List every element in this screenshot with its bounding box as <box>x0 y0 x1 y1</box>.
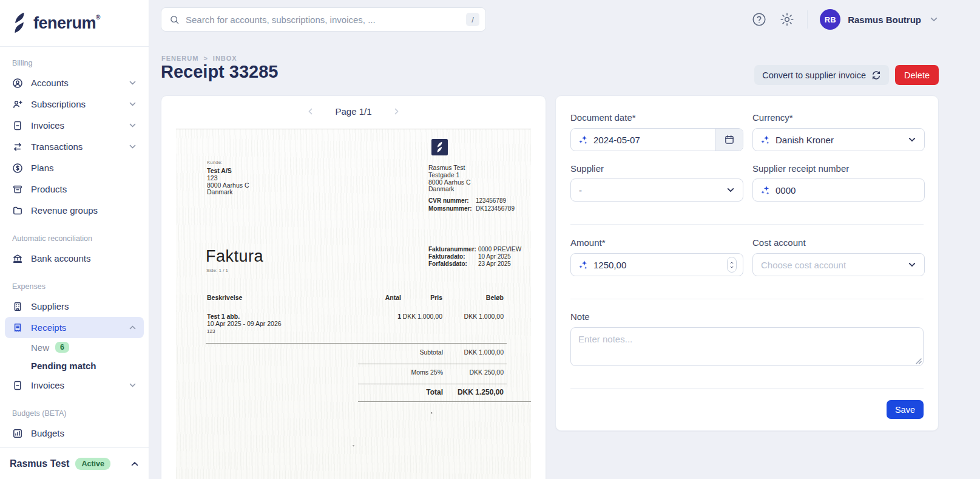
sidebar-item-invoices[interactable]: Invoices <box>5 115 144 136</box>
sidebar-item-label: Plans <box>31 163 54 173</box>
sidebar-item-subscriptions[interactable]: Subscriptions <box>5 93 144 115</box>
supplier-select[interactable]: - <box>570 178 743 202</box>
currency-select[interactable]: Danish Kroner <box>752 128 925 151</box>
topbar-actions: RB Rasmus Boutrup <box>751 8 938 30</box>
convert-arrows-icon <box>871 70 881 80</box>
sidebar-item-receipts[interactable]: Receipts <box>5 317 144 338</box>
currency-label: Currency* <box>752 112 925 123</box>
ai-sparkles-icon <box>760 185 771 195</box>
account-name: Rasmus Test <box>10 458 69 469</box>
brand-name: fenerum® <box>33 14 100 33</box>
chevron-down-icon <box>129 79 137 87</box>
sidebar-item-label: Invoices <box>31 120 64 131</box>
cost-account-select[interactable]: Choose cost account <box>752 253 925 276</box>
receipt-sender-address: Rasmus Test Testgade 1 8000 Aarhus C Dan… <box>428 165 470 193</box>
receipt-icon <box>12 322 23 333</box>
calendar-button[interactable] <box>715 129 743 151</box>
save-button[interactable]: Save <box>887 400 924 419</box>
bar-chart-icon <box>12 428 23 439</box>
supplier-value: - <box>579 185 582 195</box>
sidebar-item-budgets[interactable]: Budgets <box>5 423 144 444</box>
note-textarea[interactable] <box>570 327 924 366</box>
document-icon <box>12 380 23 391</box>
receipt-registration-numbers: CVR nummer:123456789 Momsnummer:DK123456… <box>428 197 515 212</box>
chevron-down-icon <box>129 100 137 108</box>
convert-to-supplier-invoice-button[interactable]: Convert to supplier invoice <box>754 65 889 85</box>
breadcrumb-inbox[interactable]: INBOX <box>213 55 237 62</box>
section-label-auto-reconciliation: Automatic reconciliation <box>12 234 137 245</box>
receipt-vat-value: DKK 250,00 <box>469 369 504 376</box>
sidebar-item-label: Budgets <box>31 428 64 438</box>
note-label: Note <box>570 311 590 322</box>
sidebar-item-plans[interactable]: Plans <box>5 157 144 178</box>
chevron-down-icon <box>726 186 735 194</box>
scanned-receipt: Kunde: Test A/S 123 8000 Aarhus C Danmar… <box>176 129 531 479</box>
receipt-preview-card: Page 1/1 Kunde: Test A/S 123 8000 Aarhus… <box>161 95 546 479</box>
document-date-label: Document date* <box>570 112 743 123</box>
supplier-receipt-number-label: Supplier receipt number <box>752 163 925 174</box>
receipt-subtotal-value: DKK 1.000,00 <box>464 349 504 356</box>
delete-button[interactable]: Delete <box>895 65 939 85</box>
sidebar-item-label: Bank accounts <box>31 253 90 263</box>
form-divider <box>570 299 924 299</box>
accounts-icon <box>12 78 23 89</box>
supplier-label: Supplier <box>570 163 743 174</box>
supplier-receipt-number-input[interactable] <box>776 185 924 195</box>
section-label-billing: Billing <box>12 59 137 70</box>
receipt-form-card: Document date* Currency* Danish Kroner S… <box>555 95 939 431</box>
receipt-vat-label: Moms 25% <box>411 369 443 376</box>
receipt-divider <box>206 343 507 344</box>
chevron-up-icon <box>130 460 139 468</box>
sidebar-item-label: Revenue groups <box>31 205 98 216</box>
note-field <box>570 327 924 366</box>
sidebar-item-revenue-groups[interactable]: Revenue groups <box>5 200 144 221</box>
section-label-expenses: Expenses <box>12 282 137 293</box>
app-root: fenerum® Billing Accounts Subscriptions … <box>0 0 980 479</box>
breadcrumb-fenerum[interactable]: FENERUM <box>161 55 198 62</box>
sidebar: fenerum® Billing Accounts Subscriptions … <box>0 0 149 479</box>
gear-icon[interactable] <box>779 12 795 27</box>
sidebar-item-accounts[interactable]: Accounts <box>5 72 144 93</box>
transfer-arrows-icon <box>12 141 23 152</box>
breadcrumb: FENERUM > INBOX <box>161 55 237 62</box>
sidebar-item-suppliers[interactable]: Suppliers <box>5 296 144 317</box>
fenerum-bolt-icon <box>435 141 444 153</box>
main-area: / RB Rasmus Boutrup FENERUM > INBOX Rece… <box>149 0 980 479</box>
chevron-down-icon <box>908 135 916 144</box>
fenerum-bolt-icon <box>10 12 29 34</box>
amount-label: Amount* <box>570 237 743 248</box>
avatar[interactable]: RB <box>820 9 840 30</box>
sidebar-subitem-new[interactable]: New 6 <box>5 338 144 356</box>
sidebar-item-products[interactable]: Products <box>5 178 144 200</box>
search-input[interactable] <box>186 15 466 25</box>
amount-input[interactable] <box>593 260 727 270</box>
chevron-down-icon <box>129 121 137 129</box>
receipt-customer-label: Kunde: <box>207 160 222 165</box>
next-page-icon[interactable] <box>393 107 400 115</box>
account-switcher[interactable]: Rasmus Test Active <box>0 447 149 479</box>
sidebar-item-label: Accounts <box>31 78 69 88</box>
bank-icon <box>12 253 23 264</box>
sidebar-item-label: Products <box>31 184 67 194</box>
sidebar-item-transactions[interactable]: Transactions <box>5 136 144 157</box>
help-icon[interactable] <box>751 12 767 27</box>
sidebar-item-label: Receipts <box>31 322 66 333</box>
document-icon <box>12 120 23 131</box>
sidebar-subitem-label: New <box>31 342 49 353</box>
sidebar-item-bank-accounts[interactable]: Bank accounts <box>5 248 144 269</box>
resize-handle-icon[interactable] <box>916 358 922 364</box>
ai-sparkles-icon <box>578 260 589 270</box>
previous-page-icon[interactable] <box>306 107 314 115</box>
form-divider <box>570 224 924 225</box>
chevron-down-icon[interactable] <box>930 15 938 24</box>
sidebar-subitem-pending-match[interactable]: Pending match <box>5 356 144 375</box>
amount-stepper[interactable] <box>727 257 737 273</box>
brand-logo[interactable]: fenerum® <box>0 0 149 47</box>
document-date-input[interactable] <box>593 135 715 145</box>
receipt-divider <box>358 384 507 384</box>
receipt-col-price: Pris <box>430 294 442 302</box>
receipt-item-amount: DKK 1.000,00 <box>464 313 504 321</box>
sidebar-item-label: Suppliers <box>31 301 69 311</box>
receipt-vendor-logo <box>431 139 448 155</box>
sidebar-item-expense-invoices[interactable]: Invoices <box>5 375 144 396</box>
